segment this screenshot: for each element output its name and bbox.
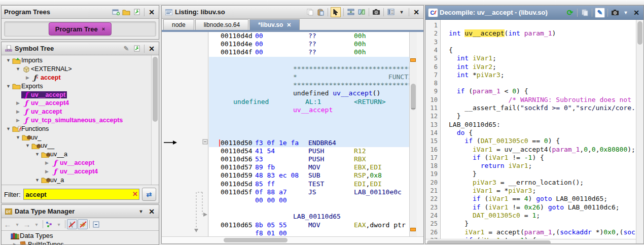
listing-row-10[interactable]: [209, 114, 409, 122]
symbol-tree-item-imports[interactable]: ▼Imports: [2, 56, 151, 65]
expander-open-icon[interactable]: ▼: [15, 66, 21, 72]
symbol-tree-item-uv-[interactable]: ▼uv__: [2, 142, 151, 150]
listing-row-0[interactable]: 00110d4d00??00h: [209, 32, 409, 40]
expander-closed-icon[interactable]: ▶: [15, 118, 21, 123]
decompile-line-13[interactable]: 13LAB_00110d65:: [425, 121, 635, 129]
expander-open-icon[interactable]: ▼: [24, 143, 31, 148]
tab--libuv-so[interactable]: *libuv.so✕: [249, 19, 300, 30]
listing-row-3[interactable]: [209, 57, 409, 65]
decompile-line-16[interactable]: 16 iVar1 = uv__accept4(param_1,0,0,0x808…: [425, 146, 635, 154]
listing-row-9[interactable]: uv__accept: [209, 106, 409, 114]
symbol-tree-scrollbar[interactable]: [151, 55, 159, 185]
listing-row-23[interactable]: 00110d658b 05 55MOVEAX,dword ptr [D: [209, 221, 409, 229]
decompile-line-18[interactable]: 18 return iVar1;: [425, 162, 635, 170]
listing-row-20[interactable]: 00 00 00: [209, 196, 409, 204]
back-arrow-icon[interactable]: ←: [3, 220, 12, 229]
expander-closed-icon[interactable]: ▶: [44, 169, 50, 174]
decompile-line-24[interactable]: 24 DAT_001305c0 = 1;: [425, 212, 635, 220]
scrollbar-thumb[interactable]: [427, 240, 551, 243]
listing-row-2[interactable]: 00110d4f00??00h: [209, 48, 409, 56]
listing-row-22[interactable]: LAB_00110d65: [209, 213, 409, 221]
listing-row-11[interactable]: [209, 122, 409, 130]
decompile-line-21[interactable]: 21 iVar1 = *piVar3;: [425, 187, 635, 195]
expander-open-icon[interactable]: ▼: [5, 126, 12, 131]
data-type-item-builtintypes[interactable]: ▶BuiltInTypes: [2, 240, 159, 245]
decompile-line-17[interactable]: 17 if (iVar1 != -1) {: [425, 154, 635, 162]
diff-view-icon[interactable]: [357, 8, 366, 17]
symbol-tree-item-uv-a[interactable]: ▼uv_a: [2, 176, 151, 184]
listing-row-5[interactable]: * FUNCTION: [209, 73, 409, 81]
decompile-line-2[interactable]: 2int uv__accept(int param_1): [425, 29, 635, 38]
chevron-down-icon[interactable]: ▾: [136, 207, 146, 216]
expander-open-icon[interactable]: ▼: [5, 58, 12, 63]
association-graph-icon[interactable]: [45, 220, 54, 229]
decompile-line-25[interactable]: 25 }: [425, 220, 635, 228]
symbol-tree-item-uv-tcp-simultaneous-accepts[interactable]: ▶ƒuv_tcp_simultaneous_accepts: [2, 116, 151, 125]
decompile-line-9[interactable]: 9 if (param_1 < 0) {: [425, 87, 635, 95]
decompile-line-8[interactable]: 8: [425, 79, 635, 87]
disable-cursor-tracking-icon[interactable]: [67, 219, 77, 229]
expander-open-icon[interactable]: ▼: [34, 152, 41, 157]
forward-history-caret-icon[interactable]: ▾: [32, 220, 41, 229]
scrollbar-thumb[interactable]: [224, 238, 288, 242]
decompile-vertical-scrollbar[interactable]: [636, 20, 643, 243]
expander-closed-icon[interactable]: ▶: [15, 100, 21, 106]
collapse-all-icon[interactable]: [91, 220, 100, 229]
decompile-line-26[interactable]: 26 iVar1 = accept(param_1,(sockaddr *)0x…: [425, 228, 635, 236]
expand-down-icon[interactable]: [346, 8, 355, 17]
listing-row-4[interactable]: ******************************: [209, 65, 409, 73]
filter-clear-icon[interactable]: ✕: [132, 190, 138, 198]
expander-closed-icon[interactable]: ▶: [15, 109, 21, 114]
decompile-line-14[interactable]: 14 do {: [425, 129, 635, 137]
decompile-line-15[interactable]: 15 if (DAT_001305c0 == 0) {: [425, 137, 635, 145]
new-tree-icon[interactable]: [111, 8, 120, 17]
forward-arrow-icon[interactable]: →: [22, 220, 31, 229]
edit-pencil-icon[interactable]: ✎: [122, 44, 131, 53]
listing-row-1[interactable]: 00110d4e00??00h: [209, 40, 409, 48]
decompile-line-19[interactable]: 19 }: [425, 170, 635, 178]
decompile-line-6[interactable]: 6 int iVar2;: [425, 63, 635, 71]
expander-closed-icon[interactable]: ▶: [24, 75, 31, 80]
decompile-line-10[interactable]: 10 /* WARNING: Subroutine does not retu: [425, 96, 635, 104]
scrollbar-thumb[interactable]: [411, 84, 416, 110]
tab-libnode-so-64[interactable]: libnode.so.64: [195, 19, 248, 30]
symbol-tree-item-uv-[interactable]: ▼uv_: [2, 133, 151, 142]
snapshot-camera-icon[interactable]: [611, 8, 620, 17]
decompile-line-5[interactable]: 5 int iVar1;: [425, 54, 635, 62]
data-type-item-data-types[interactable]: Data Types: [2, 231, 159, 240]
expander-open-icon[interactable]: ▼: [34, 178, 41, 183]
symbol-tree-item-uv-a[interactable]: ▼uv__a: [2, 150, 151, 159]
chevron-down-icon[interactable]: ▾: [397, 8, 406, 17]
listing-row-14[interactable]: 00110d5441 54PUSHR12: [209, 147, 409, 155]
listing-row-17[interactable]: 00110d5948 83 ec 08SUBRSP,0x8: [209, 171, 409, 180]
listing-row-7[interactable]: undefined uv__accept(): [209, 89, 409, 97]
symbol-tree-item-functions[interactable]: ▼fFunctions: [2, 124, 151, 133]
decompile-horizontal-scrollbar[interactable]: [425, 239, 636, 243]
decompile-line-12[interactable]: 12 }: [425, 112, 635, 120]
decompile-line-7[interactable]: 7 int *piVar3;: [425, 71, 635, 79]
close-icon[interactable]: ✕: [147, 8, 156, 17]
scrollbar-thumb[interactable]: [637, 21, 642, 45]
back-history-caret-icon[interactable]: ▾: [13, 220, 22, 229]
symbol-tree-item-uv-accept4[interactable]: ▶ƒuv__accept4: [2, 167, 151, 176]
expander-closed-icon[interactable]: ▶: [12, 242, 18, 245]
decompile-line-1[interactable]: 1: [425, 21, 635, 29]
refresh-icon[interactable]: ⟳: [565, 8, 575, 17]
close-icon[interactable]: ✕: [147, 207, 156, 216]
program-tree-tab[interactable]: Program Tree ×: [49, 22, 112, 36]
symbol-tree-item-accept[interactable]: ▶ƒxaccept: [2, 74, 151, 82]
close-icon[interactable]: ✕: [147, 44, 156, 53]
cursor-selection-tool-icon[interactable]: [331, 7, 341, 17]
decompile-line-22[interactable]: 22 if (iVar1 == 4) goto LAB_00110d65;: [425, 195, 635, 203]
expander-open-icon[interactable]: ▼: [15, 135, 21, 140]
symbol-tree-item-uv-accept[interactable]: ▶ƒuv__accept: [2, 159, 151, 167]
navigation-icon[interactable]: [132, 8, 141, 17]
listing-display-options-icon[interactable]: [386, 8, 396, 17]
listing-row-8[interactable]: undefinedAL:1<RETURN>: [209, 98, 409, 106]
snapshot-camera-icon[interactable]: [372, 8, 381, 17]
close-icon[interactable]: ✕: [412, 8, 421, 17]
graph-caret-icon[interactable]: ▾: [54, 220, 63, 229]
expander-closed-icon[interactable]: ▶: [44, 160, 50, 165]
symbol-tree-item-uv-accept4[interactable]: ▶ƒuv__accept4: [2, 99, 151, 108]
copy-icon[interactable]: [580, 8, 589, 17]
